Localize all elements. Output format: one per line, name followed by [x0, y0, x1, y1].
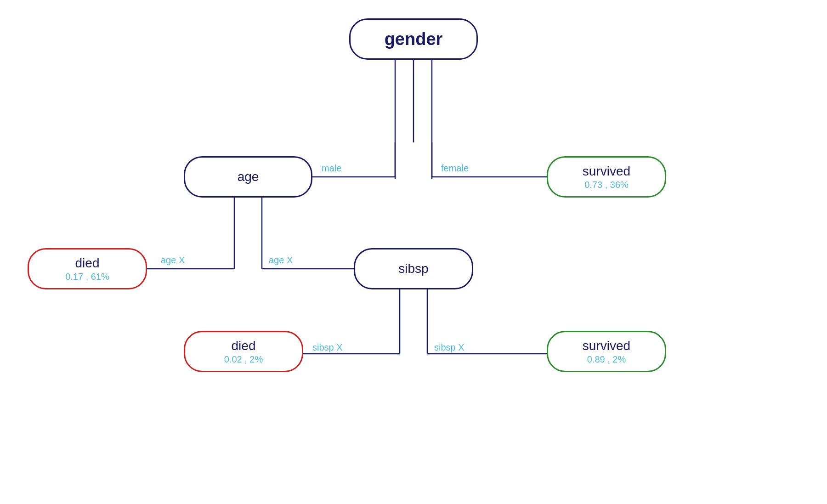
died-bottom-node: died 0.02 , 2% [184, 331, 303, 372]
sibsp-label: sibsp [398, 261, 428, 276]
gender-node: gender [349, 18, 478, 60]
died-bottom-label: died [232, 339, 256, 353]
survived-female-node: survived 0.73 , 36% [547, 156, 666, 198]
sibsp-node: sibsp [354, 248, 473, 289]
died-left-node: died 0.17 , 61% [28, 248, 147, 289]
died-left-label: died [75, 256, 100, 271]
sibsp-x-left-label: sibsp X [312, 342, 343, 353]
survived-right-label: survived [583, 339, 630, 353]
male-label: male [322, 163, 341, 174]
age-x-right-label: age X [269, 255, 293, 266]
age-label: age [238, 170, 259, 184]
female-label: female [441, 163, 469, 174]
age-x-left-label: age X [161, 255, 185, 266]
survived-female-label: survived [583, 164, 630, 179]
survived-female-sub: 0.73 , 36% [584, 180, 629, 190]
sibsp-x-right-label: sibsp X [434, 342, 464, 353]
died-bottom-sub: 0.02 , 2% [224, 354, 263, 365]
survived-right-sub: 0.89 , 2% [587, 354, 626, 365]
survived-right-node: survived 0.89 , 2% [547, 331, 666, 372]
died-left-sub: 0.17 , 61% [65, 272, 109, 282]
age-node: age [184, 156, 312, 198]
gender-label: gender [385, 29, 443, 49]
